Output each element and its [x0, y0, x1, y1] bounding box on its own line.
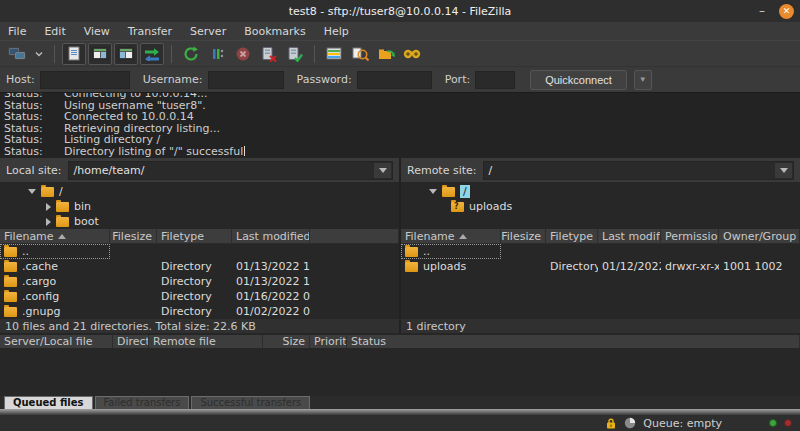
- process-queue-button[interactable]: [205, 43, 229, 65]
- title-bar: test8 - sftp://tuser8@10.0.0.14 - FileZi…: [0, 0, 800, 22]
- menu-view[interactable]: View: [84, 25, 110, 38]
- expander-open-icon[interactable]: [28, 189, 36, 194]
- remote-list-header: Filename Filesize Filetype Last modified…: [401, 229, 800, 244]
- directory-comparison-button[interactable]: [348, 43, 372, 65]
- synchronized-browsing-icon: [378, 47, 395, 61]
- column-status[interactable]: Status: [347, 335, 800, 348]
- tab-queued-files[interactable]: Queued files: [4, 396, 93, 409]
- expander-closed-icon[interactable]: [46, 218, 51, 226]
- column-priority[interactable]: Priority: [310, 335, 347, 348]
- log-line: Status:Connected to 10.0.0.14: [4, 111, 796, 123]
- text-caret: [244, 146, 245, 156]
- cancel-icon: [235, 46, 251, 62]
- local-directory-tree[interactable]: / bin boot: [0, 182, 399, 229]
- column-filetype[interactable]: Filetype: [546, 229, 598, 243]
- toggle-remote-tree-button[interactable]: [114, 43, 138, 65]
- tab-failed-transfers[interactable]: Failed transfers: [95, 396, 190, 409]
- tree-item-boot[interactable]: boot: [0, 214, 399, 229]
- column-empty: [310, 229, 399, 243]
- transfer-queue-icon: [143, 47, 161, 61]
- column-server-local-file[interactable]: Server/Local file: [0, 335, 113, 348]
- port-input[interactable]: [475, 71, 515, 89]
- file-panes: Local site: /home/team/ / bin: [0, 158, 800, 333]
- tab-successful-transfers[interactable]: Successful transfers: [191, 396, 310, 409]
- file-row[interactable]: uploads Directory 01/12/2022 08... drwxr…: [401, 259, 800, 274]
- chevron-down-icon: [780, 168, 788, 173]
- remote-site-combobox[interactable]: /: [483, 161, 794, 180]
- menu-help[interactable]: Help: [324, 25, 349, 38]
- local-site-combobox[interactable]: /home/team/: [68, 161, 393, 180]
- file-row[interactable]: .gnupg Directory 01/02/2022 03:33...: [0, 304, 399, 318]
- disconnect-button[interactable]: [257, 43, 281, 65]
- column-size[interactable]: Size: [263, 335, 310, 348]
- quickconnect-dropdown-button[interactable]: ▼: [634, 70, 652, 90]
- password-input[interactable]: [357, 71, 432, 89]
- speed-limit-icon[interactable]: [624, 417, 636, 429]
- toolbar-separator: [54, 45, 55, 63]
- menu-transfer[interactable]: Transfer: [128, 25, 172, 38]
- expander-closed-icon[interactable]: [46, 203, 51, 211]
- column-filetype[interactable]: Filetype: [157, 229, 232, 243]
- file-row[interactable]: .cargo Directory 01/13/2022 10:33:...: [0, 274, 399, 289]
- close-button[interactable]: ✕: [779, 4, 794, 19]
- local-list-header: Filename Filesize Filetype Last modified: [0, 229, 399, 244]
- file-row-parent[interactable]: ..: [401, 244, 800, 259]
- column-direction[interactable]: Direction: [113, 335, 149, 348]
- local-site-path: /home/team/: [74, 164, 145, 177]
- tree-item-root[interactable]: /: [401, 184, 800, 199]
- message-log[interactable]: Status:Connecting to 10.0.0.14... Status…: [0, 92, 800, 158]
- queue-header: Server/Local file Direction Remote file …: [0, 333, 800, 348]
- remote-file-list[interactable]: .. uploads Directory 01/12/2022 08... dr…: [401, 244, 800, 318]
- minimize-button[interactable]: –: [755, 4, 769, 18]
- synchronized-browsing-button[interactable]: [374, 43, 398, 65]
- toggle-local-tree-button[interactable]: [88, 43, 112, 65]
- site-manager-button[interactable]: [5, 43, 29, 65]
- reconnect-button[interactable]: [283, 43, 307, 65]
- column-filesize[interactable]: Filesize: [501, 229, 546, 243]
- refresh-icon: [183, 46, 199, 62]
- lock-icon: [605, 417, 617, 430]
- toggle-message-log-button[interactable]: [62, 43, 86, 65]
- chevron-down-icon: [34, 50, 44, 58]
- tree-item-uploads[interactable]: ? uploads: [401, 199, 800, 214]
- file-row-parent[interactable]: ..: [0, 244, 399, 259]
- quickconnect-button[interactable]: Quickconnect: [530, 70, 627, 90]
- find-files-button[interactable]: [400, 43, 424, 65]
- queue-list[interactable]: [0, 348, 800, 396]
- local-pane: Local site: /home/team/ / bin: [0, 158, 399, 333]
- remote-site-dropdown-button[interactable]: [775, 163, 792, 178]
- log-line: Status:Listing directory /: [4, 134, 796, 146]
- cancel-operation-button[interactable]: [231, 43, 255, 65]
- column-filename[interactable]: Filename: [0, 229, 110, 243]
- column-last-modified[interactable]: Last modified: [232, 229, 310, 243]
- menu-server[interactable]: Server: [190, 25, 226, 38]
- tree-item-root[interactable]: /: [0, 184, 399, 199]
- username-input[interactable]: [208, 71, 284, 89]
- column-last-modified[interactable]: Last modified: [598, 229, 661, 243]
- expander-open-icon[interactable]: [429, 189, 437, 194]
- tree-item-bin[interactable]: bin: [0, 199, 399, 214]
- queue-tabs: Queued files Failed transfers Successful…: [0, 396, 800, 409]
- column-remote-file[interactable]: Remote file: [149, 335, 263, 348]
- menu-edit[interactable]: Edit: [44, 25, 65, 38]
- local-site-dropdown-button[interactable]: [374, 163, 391, 178]
- quickconnect-bar: Host: Username: Password: Port: Quickcon…: [0, 66, 800, 92]
- menu-file[interactable]: File: [8, 25, 26, 38]
- refresh-button[interactable]: [179, 43, 203, 65]
- column-filesize[interactable]: Filesize: [110, 229, 157, 243]
- menu-bookmarks[interactable]: Bookmarks: [244, 25, 305, 38]
- local-tree-icon: [92, 47, 108, 61]
- column-owner-group[interactable]: Owner/Group: [719, 229, 800, 243]
- filter-listing-button[interactable]: [322, 43, 346, 65]
- file-row[interactable]: .cache Directory 01/13/2022 11:54:...: [0, 259, 399, 274]
- column-permissions[interactable]: Permissions: [661, 229, 719, 243]
- remote-directory-tree[interactable]: / ? uploads: [401, 182, 800, 229]
- remote-pane: Remote site: / / ? uploads Filename: [401, 158, 800, 333]
- column-filename[interactable]: Filename: [401, 229, 501, 243]
- file-row[interactable]: .config Directory 01/16/2022 06:02:...: [0, 289, 399, 304]
- local-file-list[interactable]: .. .cache Directory 01/13/2022 11:54:...…: [0, 244, 399, 318]
- site-manager-dropdown-button[interactable]: [31, 43, 47, 65]
- toggle-transfer-queue-button[interactable]: [140, 43, 164, 65]
- host-input[interactable]: [40, 71, 130, 89]
- port-label: Port:: [445, 73, 471, 86]
